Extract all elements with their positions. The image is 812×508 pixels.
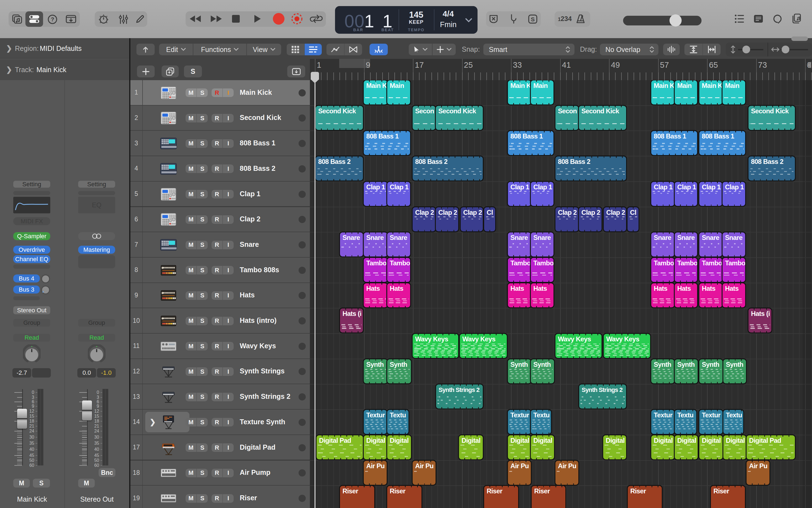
svg-text:S: S bbox=[531, 16, 535, 23]
svg-text:?: ? bbox=[51, 16, 54, 23]
